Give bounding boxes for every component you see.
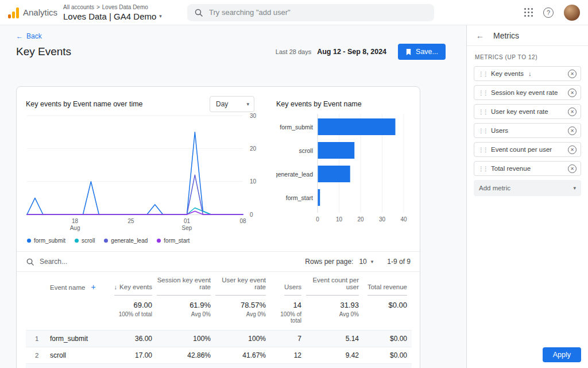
metric-cell: 6 <box>270 364 306 368</box>
table-row[interactable]: 2scroll17.0042.86%41.67%129.42$0.00 <box>26 347 412 364</box>
totals-value: 14 <box>270 301 301 309</box>
chevron-down-icon: ▾ <box>246 101 249 107</box>
page-title: Key Events <box>16 45 71 58</box>
legend-label: form_start <box>164 237 189 244</box>
rows-per-page-value: 10 <box>359 258 366 266</box>
legend-dot <box>27 239 31 243</box>
property-selector[interactable]: Loves Data | GA4 Demo ▾ <box>63 12 172 21</box>
remove-metric-icon[interactable]: ✕ <box>568 89 577 97</box>
property-name: Loves Data | GA4 Demo <box>63 12 156 21</box>
events-table: Event name+↓Key eventsSession key event … <box>26 272 412 368</box>
metric-item[interactable]: ⋮⋮Session key event rate✕ <box>474 85 581 100</box>
column-header-session-key-event-rate[interactable]: Session key event rate <box>157 272 215 296</box>
line-chart-title: Key events by Event name over time <box>26 100 143 108</box>
add-metric-select[interactable]: Add metric ▾ <box>474 180 581 196</box>
metric-cell: 7 <box>270 331 306 347</box>
svg-text:20: 20 <box>357 216 364 223</box>
totals-value: 69.00 <box>110 301 152 309</box>
column-header-users[interactable]: Users <box>270 272 306 296</box>
metric-cell: 100% <box>215 364 270 368</box>
back-button[interactable]: ← Back <box>16 32 466 40</box>
granularity-select[interactable]: Day ▾ <box>210 96 254 112</box>
legend-item[interactable]: form_start <box>157 237 189 244</box>
breadcrumb-root[interactable]: All accounts <box>63 4 94 10</box>
legend-label: generate_lead <box>111 237 148 244</box>
table-search[interactable] <box>26 258 154 266</box>
remove-metric-icon[interactable]: ✕ <box>568 145 577 154</box>
svg-text:form_start: form_start <box>286 194 313 201</box>
account-switcher[interactable]: All accounts > Loves Data Demo Loves Dat… <box>63 4 172 21</box>
remove-metric-icon[interactable]: ✕ <box>568 108 577 116</box>
totals-value: 61.9% <box>157 301 211 309</box>
metric-item[interactable]: ⋮⋮Total revenue✕ <box>474 161 581 176</box>
analytics-home-link[interactable]: Analytics <box>0 7 63 18</box>
drag-handle-icon[interactable]: ⋮⋮ <box>478 147 488 153</box>
metrics-panel: ← Metrics METRICS (UP TO 12) ⋮⋮Key event… <box>466 25 588 368</box>
apply-button[interactable]: Apply <box>543 347 581 362</box>
apps-grid-icon[interactable] <box>524 8 533 17</box>
help-icon[interactable]: ? <box>543 7 554 18</box>
legend-item[interactable]: form_submit <box>27 237 65 244</box>
chart-legend: form_submitscrollgenerate_leadform_start <box>26 234 267 247</box>
totals-sub: Avg 0% <box>215 311 266 317</box>
drag-handle-icon[interactable]: ⋮⋮ <box>478 90 488 96</box>
metric-item[interactable]: ⋮⋮Event count per user✕ <box>474 142 581 157</box>
svg-text:Sep: Sep <box>182 225 192 231</box>
granularity-value: Day <box>216 100 228 108</box>
panel-back-button[interactable]: ← <box>476 31 484 40</box>
legend-item[interactable]: scroll <box>75 237 95 244</box>
rows-per-page-label: Rows per page: <box>305 258 353 266</box>
global-search[interactable] <box>187 4 434 21</box>
column-header-key-events[interactable]: ↓Key events <box>110 272 157 296</box>
metric-cell: 15.00 <box>110 364 157 368</box>
column-header-user-key-event-rate[interactable]: User key event rate <box>215 272 270 296</box>
breadcrumb-account[interactable]: Loves Data Demo <box>102 4 148 10</box>
metric-cell: $0.00 <box>363 331 412 347</box>
totals-sub: 100% of total <box>270 311 301 324</box>
column-header-total-revenue[interactable]: Total revenue <box>363 272 412 296</box>
metric-item[interactable]: ⋮⋮Users✕ <box>474 123 581 138</box>
remove-metric-icon[interactable]: ✕ <box>568 70 577 78</box>
bar-chart-title: Key events by Event name <box>276 100 412 108</box>
table-header-row: Event name+↓Key eventsSession key event … <box>26 272 412 296</box>
drag-handle-icon[interactable]: ⋮⋮ <box>478 109 488 115</box>
column-header-event-count-per-user[interactable]: Event count per user <box>306 272 363 296</box>
bar-chart[interactable]: 010203040form_submitscrollgenerate_leadf… <box>276 112 412 225</box>
metric-item-label: Users <box>491 127 508 134</box>
drag-handle-icon[interactable]: ⋮⋮ <box>478 166 488 172</box>
svg-text:generate_lead: generate_lead <box>276 171 313 178</box>
metric-item[interactable]: ⋮⋮Key events↓✕ <box>474 66 581 81</box>
metric-item-label: Session key event rate <box>491 89 558 96</box>
avatar[interactable] <box>564 5 580 21</box>
row-number: 1 <box>26 331 43 347</box>
table-row[interactable]: 3generate_lead15.00100%100%62.50$0.00 <box>26 364 412 368</box>
drag-handle-icon[interactable]: ⋮⋮ <box>478 128 488 134</box>
legend-item[interactable]: generate_lead <box>104 237 148 244</box>
svg-text:30: 30 <box>379 216 386 223</box>
breadcrumb-separator: > <box>96 4 100 10</box>
line-chart[interactable]: 010203018Aug2501Sep08 <box>26 112 267 232</box>
svg-text:40: 40 <box>400 216 407 223</box>
rows-per-page-select[interactable]: 10 ▾ <box>359 258 373 266</box>
totals-cell: 61.9%Avg 0% <box>157 296 215 331</box>
metric-cell: 5.14 <box>306 331 363 347</box>
report-card: Key events by Event name over time Day ▾… <box>16 86 420 368</box>
event-name-cell: generate_lead <box>43 364 110 368</box>
drag-handle-icon[interactable]: ⋮⋮ <box>478 71 488 77</box>
remove-metric-icon[interactable]: ✕ <box>568 126 577 135</box>
table-row[interactable]: 1form_submit36.00100%100%75.14$0.00 <box>26 331 412 347</box>
add-column-icon[interactable]: + <box>91 282 95 292</box>
column-header-label: Event count per user <box>306 277 359 296</box>
svg-text:scroll: scroll <box>299 147 313 154</box>
save-button[interactable]: Save... <box>398 44 446 60</box>
legend-label: scroll <box>82 237 95 244</box>
table-search-input[interactable] <box>40 258 154 266</box>
column-header-label: User key event rate <box>215 277 266 296</box>
date-range-picker[interactable]: Aug 12 - Sep 8, 2024 <box>317 48 386 56</box>
global-search-input[interactable] <box>209 8 427 17</box>
svg-text:25: 25 <box>127 218 134 224</box>
chevron-down-icon: ▾ <box>371 259 374 264</box>
remove-metric-icon[interactable]: ✕ <box>568 164 577 173</box>
metric-item[interactable]: ⋮⋮User key event rate✕ <box>474 104 581 119</box>
column-header-event-name[interactable]: Event name+ <box>26 272 110 296</box>
